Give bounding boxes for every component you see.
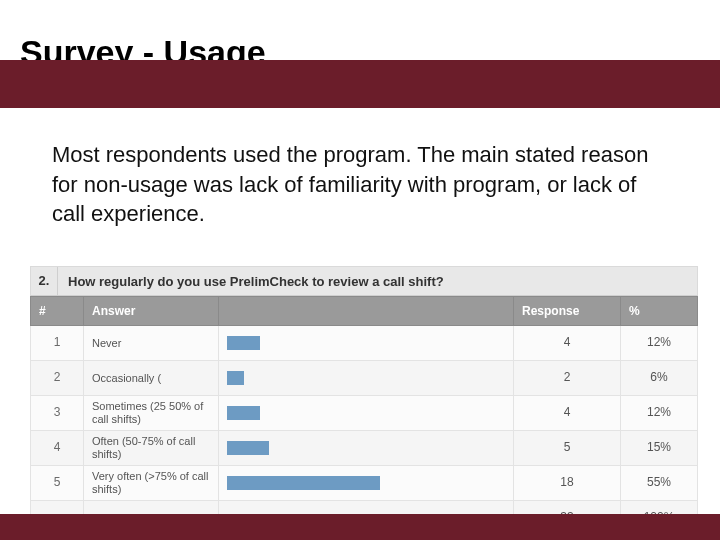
- question-text: How regularly do you use PrelimCheck to …: [58, 274, 444, 289]
- question-number: 2.: [31, 267, 58, 295]
- row-number: 3: [31, 396, 84, 431]
- row-response: 2: [514, 361, 621, 396]
- col-header-bar: [219, 297, 514, 326]
- col-header-response: Response: [514, 297, 621, 326]
- question-header: 2. How regularly do you use PrelimCheck …: [30, 266, 698, 296]
- table-row: 1Never412%: [31, 326, 698, 361]
- table-row: 5Very often (>75% of call shifts)1855%: [31, 466, 698, 501]
- bar-fill: [227, 441, 269, 455]
- row-bar-cell: [219, 326, 514, 361]
- table-header-row: # Answer Response %: [31, 297, 698, 326]
- bar-fill: [227, 476, 380, 490]
- col-header-pct: %: [621, 297, 698, 326]
- row-pct: 12%: [621, 326, 698, 361]
- row-pct: 15%: [621, 431, 698, 466]
- row-bar-cell: [219, 396, 514, 431]
- table-row: 4Often (50-75% of call shifts)515%: [31, 431, 698, 466]
- row-answer: Occasionally (: [84, 361, 219, 396]
- row-pct: 12%: [621, 396, 698, 431]
- row-response: 5: [514, 431, 621, 466]
- row-response: 4: [514, 326, 621, 361]
- bar-fill: [227, 371, 244, 385]
- bar-track: [227, 406, 505, 420]
- row-number: 4: [31, 431, 84, 466]
- bar-track: [227, 371, 505, 385]
- row-answer: Often (50-75% of call shifts): [84, 431, 219, 466]
- row-number: 1: [31, 326, 84, 361]
- row-answer: Sometimes (25 50% of call shifts): [84, 396, 219, 431]
- slide: Survey - Usage Most respondents used the…: [0, 0, 720, 540]
- row-pct: 55%: [621, 466, 698, 501]
- row-response: 18: [514, 466, 621, 501]
- row-bar-cell: [219, 431, 514, 466]
- col-header-number: #: [31, 297, 84, 326]
- survey-table: # Answer Response % 1Never412%2Occasiona…: [30, 296, 698, 536]
- bar-fill: [227, 336, 260, 350]
- row-pct: 6%: [621, 361, 698, 396]
- row-answer: Very often (>75% of call shifts): [84, 466, 219, 501]
- bar-fill: [227, 406, 260, 420]
- table-row: 3Sometimes (25 50% of call shifts)412%: [31, 396, 698, 431]
- table-row: 2Occasionally (26%: [31, 361, 698, 396]
- row-response: 4: [514, 396, 621, 431]
- intro-text: Most respondents used the program. The m…: [52, 140, 664, 229]
- row-bar-cell: [219, 466, 514, 501]
- survey-question-block: 2. How regularly do you use PrelimCheck …: [30, 266, 698, 536]
- header-banner: [0, 60, 720, 108]
- footer-banner: [0, 514, 720, 540]
- row-answer: Never: [84, 326, 219, 361]
- row-bar-cell: [219, 361, 514, 396]
- row-number: 5: [31, 466, 84, 501]
- col-header-answer: Answer: [84, 297, 219, 326]
- bar-track: [227, 441, 505, 455]
- bar-track: [227, 476, 505, 490]
- row-number: 2: [31, 361, 84, 396]
- bar-track: [227, 336, 505, 350]
